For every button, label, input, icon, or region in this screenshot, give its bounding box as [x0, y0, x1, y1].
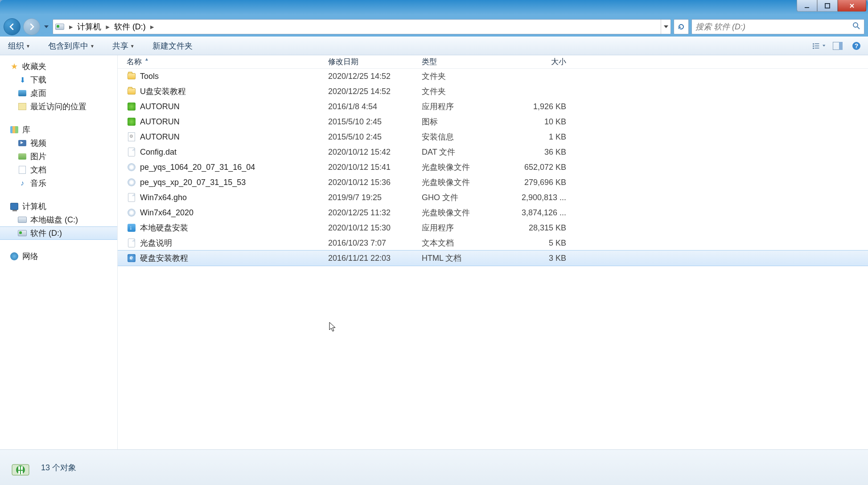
file-size: 2,900,813 ...	[512, 193, 570, 202]
include-in-library-button[interactable]: 包含到库中▼	[45, 39, 97, 53]
search-box[interactable]	[691, 19, 864, 34]
file-type: 图标	[418, 116, 512, 127]
preview-pane-button[interactable]	[831, 40, 844, 52]
file-row[interactable]: pe_yqs_xp_20_07_31_15_532020/10/12 15:36…	[118, 175, 868, 190]
nav-recent[interactable]: 最近访问的位置	[0, 100, 117, 113]
help-button[interactable]: ?	[850, 40, 863, 52]
file-size: 3,874,126 ...	[512, 208, 570, 218]
file-size: 1 KB	[512, 132, 570, 142]
refresh-button[interactable]	[674, 19, 689, 34]
file-row[interactable]: AUTORUN2015/5/10 2:45安装信息1 KB	[118, 129, 868, 144]
main-area: ★收藏夹 ⬇下载 桌面 最近访问的位置 库 视频 图片 文档 ♪音乐 计算机 本…	[0, 55, 868, 449]
view-options-button[interactable]	[813, 40, 825, 52]
maximize-button[interactable]	[817, 0, 838, 12]
organize-button[interactable]: 组织▼	[5, 39, 33, 53]
recent-icon	[18, 102, 27, 111]
file-type: 安装信息	[418, 132, 512, 142]
file-date: 2020/10/12 15:30	[325, 223, 418, 233]
column-headers: 名称 修改日期 类型 大小	[118, 55, 868, 69]
file-name: AUTORUN	[140, 132, 180, 142]
file-date: 2020/10/12 15:42	[325, 148, 418, 157]
video-icon	[18, 139, 27, 148]
file-date: 2020/10/12 15:36	[325, 178, 418, 187]
file-row[interactable]: Win7x64.gho2019/9/7 19:25GHO 文件2,900,813…	[118, 190, 868, 205]
picture-icon	[18, 152, 27, 161]
file-size: 5 KB	[512, 238, 570, 248]
nav-history-dropdown[interactable]	[43, 19, 50, 35]
file-name: Win7x64.gho	[140, 193, 187, 202]
window-controls	[797, 0, 866, 12]
breadcrumb-arrow[interactable]: ▶	[66, 23, 75, 30]
breadcrumb-segment[interactable]: 计算机	[75, 21, 103, 32]
minimize-button[interactable]	[797, 0, 817, 12]
file-name: 本地硬盘安装	[140, 222, 188, 233]
new-folder-button[interactable]: 新建文件夹	[150, 39, 195, 53]
file-row[interactable]: AUTORUN2015/5/10 2:45图标10 KB	[118, 114, 868, 129]
file-row[interactable]: Tools2020/12/25 14:52文件夹	[118, 69, 868, 84]
file-list[interactable]: 名称 修改日期 类型 大小 Tools2020/12/25 14:52文件夹U盘…	[118, 55, 868, 449]
breadcrumb-dropdown[interactable]	[661, 20, 671, 34]
file-type-icon	[127, 102, 136, 111]
nav-drive-d[interactable]: 软件 (D:)	[0, 226, 117, 240]
file-row[interactable]: Win7x64_20202020/12/25 11:32光盘映像文件3,874,…	[118, 205, 868, 220]
file-date: 2016/10/23 7:07	[325, 238, 418, 248]
file-size: 28,315 KB	[512, 223, 570, 233]
file-row[interactable]: U盘安装教程2020/12/25 14:52文件夹	[118, 84, 868, 99]
library-icon	[10, 125, 19, 134]
file-date: 2015/5/10 2:45	[325, 117, 418, 127]
file-row[interactable]: 光盘说明2016/10/23 7:07文本文档5 KB	[118, 235, 868, 251]
navigation-pane[interactable]: ★收藏夹 ⬇下载 桌面 最近访问的位置 库 视频 图片 文档 ♪音乐 计算机 本…	[0, 55, 118, 449]
search-input[interactable]	[695, 22, 852, 32]
file-size: 1,926 KB	[512, 102, 570, 111]
nav-network[interactable]: 网络	[0, 250, 117, 263]
close-button[interactable]	[838, 0, 866, 12]
drive-icon	[18, 215, 27, 224]
nav-desktop[interactable]: 桌面	[0, 86, 117, 100]
file-row[interactable]: Config.dat2020/10/12 15:42DAT 文件36 KB	[118, 144, 868, 160]
file-row[interactable]: AUTORUN2016/1/8 4:54应用程序1,926 KB	[118, 99, 868, 114]
toolbar: 组织▼ 包含到库中▼ 共享▼ 新建文件夹 ?	[0, 37, 868, 55]
titlebar	[0, 0, 868, 17]
back-button[interactable]	[4, 18, 21, 35]
nav-downloads[interactable]: ⬇下载	[0, 73, 117, 86]
svg-rect-6	[815, 45, 819, 46]
column-size[interactable]: 大小	[512, 55, 570, 68]
file-date: 2020/12/25 14:52	[325, 72, 418, 81]
file-date: 2020/10/12 15:41	[325, 163, 418, 172]
nav-documents[interactable]: 文档	[0, 163, 117, 177]
nav-pictures[interactable]: 图片	[0, 150, 117, 163]
file-type-icon	[127, 86, 136, 96]
file-type-icon	[127, 253, 136, 263]
nav-videos[interactable]: 视频	[0, 136, 117, 150]
column-date[interactable]: 修改日期	[325, 55, 418, 68]
file-row[interactable]: pe_yqs_1064_20_07_31_16_042020/10/12 15:…	[118, 160, 868, 175]
column-type[interactable]: 类型	[418, 55, 512, 68]
nav-music[interactable]: ♪音乐	[0, 177, 117, 190]
share-button[interactable]: 共享▼	[110, 39, 137, 53]
nav-libraries[interactable]: 库	[0, 123, 117, 136]
file-date: 2019/9/7 19:25	[325, 193, 418, 202]
file-row[interactable]: 硬盘安装教程2016/11/21 22:03HTML 文档3 KB	[118, 251, 868, 266]
svg-rect-5	[813, 45, 814, 46]
nav-computer[interactable]: 计算机	[0, 200, 117, 213]
breadcrumb-arrow[interactable]: ▶	[148, 23, 156, 30]
file-type-icon	[127, 132, 136, 142]
forward-button[interactable]	[23, 18, 40, 35]
file-date: 2016/11/21 22:03	[325, 254, 418, 263]
file-row[interactable]: 本地硬盘安装2020/10/12 15:30应用程序28,315 KB	[118, 220, 868, 235]
file-date: 2020/12/25 14:52	[325, 87, 418, 96]
search-icon[interactable]	[852, 22, 860, 32]
nav-favorites[interactable]: ★收藏夹	[0, 60, 117, 73]
breadcrumb[interactable]: ▶ 计算机 ▶ 软件 (D:) ▶	[53, 19, 671, 34]
file-date: 2016/1/8 4:54	[325, 102, 418, 111]
file-type-icon	[127, 117, 136, 127]
file-name: pe_yqs_xp_20_07_31_15_53	[140, 178, 246, 187]
address-bar: ▶ 计算机 ▶ 软件 (D:) ▶	[0, 17, 868, 37]
breadcrumb-arrow[interactable]: ▶	[103, 23, 112, 30]
column-name[interactable]: 名称	[123, 55, 325, 68]
svg-rect-17	[18, 471, 20, 474]
desktop-icon	[18, 89, 27, 98]
nav-drive-c[interactable]: 本地磁盘 (C:)	[0, 213, 117, 226]
breadcrumb-segment[interactable]: 软件 (D:)	[112, 21, 148, 32]
svg-point-2	[853, 23, 858, 27]
